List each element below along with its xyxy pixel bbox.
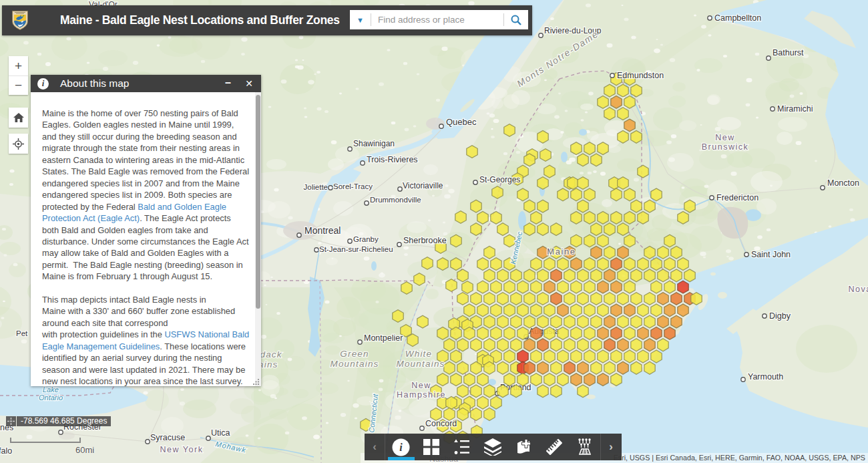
svg-text:Sorel-Tracy: Sorel-Tracy (333, 182, 373, 190)
svg-text:Miramichi: Miramichi (777, 104, 813, 114)
svg-text:Maine: Maine (547, 247, 576, 257)
svg-text:Nova: Nova (848, 285, 868, 294)
svg-text:Hampshire: Hampshire (397, 390, 446, 400)
svg-text:Moncton: Moncton (827, 178, 859, 188)
svg-text:St-Georges: St-Georges (479, 175, 520, 184)
svg-text:New: New (411, 381, 431, 390)
svg-text:Granby: Granby (353, 235, 379, 243)
svg-text:Concord: Concord (425, 419, 457, 428)
svg-text:Montreal: Montreal (304, 225, 341, 236)
svg-text:Lake: Lake (43, 385, 59, 394)
svg-text:Ontario: Ontario (39, 394, 63, 402)
svg-text:Joliette: Joliette (304, 183, 328, 191)
svg-text:Utica: Utica (211, 428, 230, 438)
svg-text:Drummondville: Drummondville (370, 196, 421, 204)
svg-text:St-Jean-sur-Richelieu: St-Jean-sur-Richelieu (319, 245, 393, 253)
svg-text:Mountains: Mountains (396, 359, 445, 369)
svg-text:Montpelier: Montpelier (364, 333, 403, 343)
svg-text:Yarmouth: Yarmouth (748, 372, 783, 381)
svg-text:Brunswick: Brunswick (702, 142, 748, 152)
svg-text:Edmundston: Edmundston (617, 71, 664, 80)
svg-text:Fredericton: Fredericton (716, 193, 758, 202)
svg-text:Shawinigan: Shawinigan (353, 139, 395, 148)
svg-text:Syracuse: Syracuse (150, 433, 185, 442)
svg-text:Bathurst: Bathurst (773, 48, 804, 57)
svg-text:New: New (715, 133, 735, 142)
svg-text:Pet: Pet (16, 329, 28, 337)
svg-text:Green: Green (340, 349, 369, 359)
svg-text:Sherbrooke: Sherbrooke (403, 236, 447, 245)
svg-text:Digby: Digby (769, 311, 791, 321)
svg-text:Quebec: Quebec (446, 117, 477, 127)
svg-text:Trois-Rivieres: Trois-Rivieres (367, 155, 418, 164)
svg-text:i: i (399, 442, 403, 453)
svg-text:Campbellton: Campbellton (714, 13, 761, 23)
svg-text:Saint John: Saint John (751, 250, 791, 259)
svg-text:Victoriaville: Victoriaville (403, 181, 443, 190)
svg-text:White: White (405, 349, 433, 359)
svg-text:Mountains: Mountains (330, 359, 379, 369)
